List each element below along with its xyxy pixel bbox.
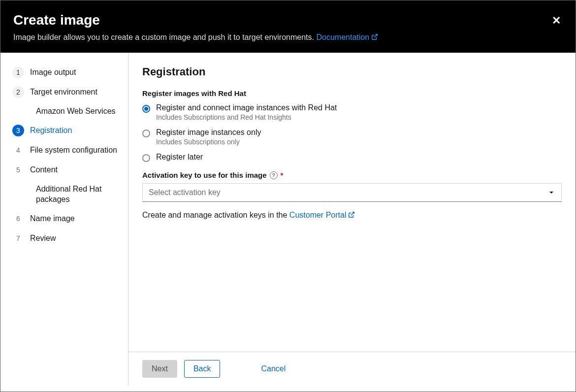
substep-redhat-packages[interactable]: Additional Red Hat packages [12, 180, 121, 209]
next-button[interactable]: Next [142, 360, 177, 378]
step-filesystem[interactable]: 4 File system configuration [12, 140, 121, 160]
activation-key-label: Activation key to use for this image ? * [142, 171, 562, 179]
wizard-sidebar: 1 Image output 2 Target environment Amaz… [0, 53, 128, 386]
wizard-footer: Next Back Cancel [128, 352, 576, 386]
step-content[interactable]: 5 Content [12, 160, 121, 180]
external-link-icon [348, 211, 355, 218]
external-link-icon [371, 33, 378, 40]
required-mark: * [281, 171, 284, 179]
documentation-link[interactable]: Documentation [316, 33, 378, 41]
step-name-image[interactable]: 6 Name image [12, 209, 121, 229]
page-subtitle: Image builder allows you to create a cus… [13, 33, 563, 42]
wizard-content: Registration Register images with Red Ha… [128, 53, 576, 352]
radio-register-connect[interactable]: Register and connect image instances wit… [142, 103, 562, 121]
activation-key-hint: Create and manage activation keys in the… [142, 211, 562, 220]
close-button[interactable]: ✕ [552, 14, 561, 27]
help-icon[interactable]: ? [270, 171, 278, 179]
substep-aws[interactable]: Amazon Web Services [12, 102, 121, 121]
step-image-output[interactable]: 1 Image output [12, 63, 121, 82]
page-title: Create image [13, 12, 563, 28]
step-registration[interactable]: 3 Registration [12, 121, 121, 140]
svg-line-1 [351, 212, 354, 215]
radio-icon [142, 130, 150, 137]
register-radio-group: Register and connect image instances wit… [142, 103, 562, 162]
svg-line-0 [374, 34, 377, 37]
radio-icon [142, 154, 150, 162]
activation-key-select[interactable]: Select activation key [142, 183, 562, 202]
cancel-button[interactable]: Cancel [252, 360, 295, 378]
back-button[interactable]: Back [184, 360, 221, 378]
wizard-header: Create image Image builder allows you to… [0, 0, 576, 53]
radio-icon [142, 105, 150, 113]
radio-register-only[interactable]: Register image instances only Includes S… [142, 128, 562, 146]
step-review[interactable]: 7 Review [12, 229, 121, 248]
customer-portal-link[interactable]: Customer Portal [289, 211, 355, 219]
register-label: Register images with Red Hat [142, 89, 562, 98]
caret-down-icon [548, 190, 554, 196]
radio-register-later[interactable]: Register later [142, 153, 562, 162]
step-target-environment[interactable]: 2 Target environment [12, 82, 121, 102]
section-heading: Registration [142, 65, 562, 78]
